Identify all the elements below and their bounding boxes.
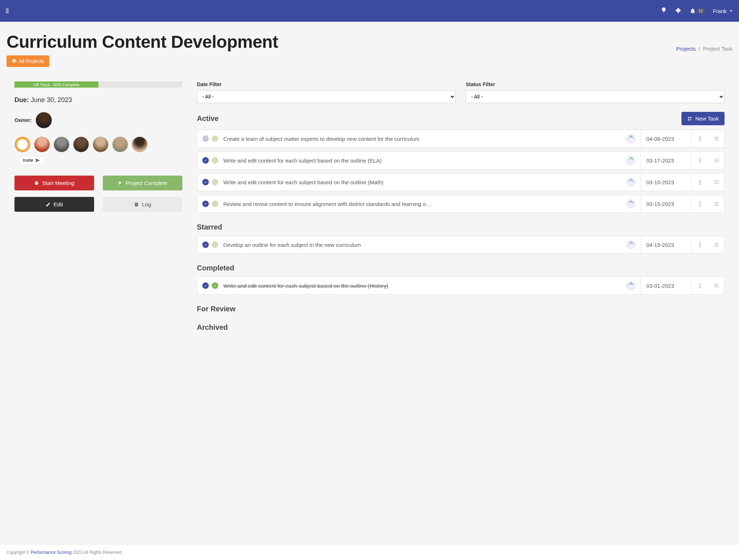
active-task-list: Create a team of subject matter experts … (197, 130, 725, 213)
all-projects-label: All Projects (19, 58, 44, 64)
status-filter-select[interactable]: - All - (466, 90, 725, 103)
task-title: Write and edit content for each subject … (223, 157, 626, 164)
bell-icon[interactable]: 12 (689, 8, 705, 14)
task-row[interactable]: Create a team of subject matter experts … (197, 130, 725, 148)
layers-icon (12, 59, 17, 64)
kebab-icon[interactable] (700, 158, 701, 163)
task-row[interactable]: Write and edit content for each subject … (197, 277, 725, 295)
team-avatar[interactable] (54, 136, 69, 152)
task-title: Review and revise content to ensure alig… (223, 201, 626, 207)
task-row[interactable]: Write and edit content for each subject … (197, 151, 725, 169)
project-complete-button[interactable]: Project Complete (103, 176, 182, 190)
task-title: Create a team of subject matter experts … (223, 136, 626, 142)
task-check-secondary[interactable] (212, 179, 218, 185)
log-button[interactable]: Log (103, 197, 182, 212)
lightbulb-icon[interactable] (660, 7, 667, 15)
task-assignee-avatar[interactable] (626, 240, 635, 249)
kebab-icon[interactable] (700, 243, 701, 247)
due-date-value: June 30, 2023 (31, 96, 72, 104)
task-date: 04-15-2023 (640, 236, 691, 253)
section-title-completed: Completed (197, 264, 725, 272)
archive-icon (134, 202, 139, 207)
topbar: 12 Frank (0, 0, 739, 22)
task-check-secondary[interactable] (212, 135, 218, 142)
owner-avatar[interactable] (35, 112, 52, 129)
section-title-starred: Starred (197, 223, 725, 231)
new-task-label: New Task (695, 115, 719, 122)
notification-badge: 12 (697, 8, 705, 14)
task-title: Develop an outline for each subject in t… (223, 242, 626, 248)
task-check-secondary[interactable] (212, 157, 218, 164)
puzzle-icon[interactable] (675, 7, 681, 15)
section-title-archived: Archived (197, 323, 725, 332)
username: Frank (713, 8, 727, 14)
task-assignee-avatar[interactable] (626, 281, 635, 290)
list-icon[interactable] (714, 202, 719, 206)
plus-icon (687, 116, 692, 121)
task-check-secondary[interactable] (212, 282, 218, 289)
task-row[interactable]: Write and edit content for each subject … (197, 173, 725, 191)
team-avatar[interactable] (93, 136, 109, 152)
list-icon[interactable] (714, 284, 719, 287)
task-date: 03-10-2023 (640, 173, 691, 191)
breadcrumb-sep: / (698, 46, 700, 52)
hamburger-icon[interactable] (4, 7, 11, 15)
task-check-primary[interactable] (202, 241, 209, 248)
breadcrumb-projects[interactable]: Projects (676, 46, 696, 52)
starred-task-list: Develop an outline for each subject in t… (197, 236, 725, 254)
task-check-primary[interactable] (202, 201, 209, 207)
task-date: 03-01-2023 (640, 277, 691, 294)
kebab-icon[interactable] (700, 283, 701, 288)
task-check-primary[interactable] (202, 135, 209, 142)
task-date: 04-08-2023 (640, 130, 691, 147)
project-complete-label: Project Complete (126, 180, 167, 186)
start-meeting-button[interactable]: Start Meeting (14, 176, 94, 190)
progress-label: Off-Track - 50% Complete (33, 83, 79, 87)
invite-button[interactable]: Invite (18, 156, 45, 165)
breadcrumb-current: Project Task (703, 46, 732, 52)
task-row[interactable]: Review and revise content to ensure alig… (197, 195, 725, 213)
task-check-primary[interactable] (202, 282, 209, 289)
task-title: Write and edit content for each subject … (223, 283, 626, 289)
user-menu[interactable]: Frank (713, 8, 732, 14)
task-date: 03-15-2023 (640, 195, 691, 212)
team-avatar[interactable] (112, 136, 128, 152)
task-assignee-avatar[interactable] (626, 178, 635, 186)
date-filter-label: Date Filter (197, 81, 456, 87)
task-check-primary[interactable] (202, 157, 209, 164)
team-avatar[interactable] (34, 136, 50, 152)
list-icon[interactable] (714, 159, 719, 162)
list-icon[interactable] (714, 137, 719, 140)
team-avatar[interactable] (132, 136, 148, 152)
kebab-icon[interactable] (700, 136, 701, 141)
send-icon (35, 158, 40, 163)
task-assignee-avatar[interactable] (626, 156, 635, 165)
list-icon[interactable] (714, 243, 719, 247)
progress-bar: Off-Track - 50% Complete (14, 81, 182, 88)
invite-label: Invite (23, 158, 33, 163)
kebab-icon[interactable] (700, 180, 701, 185)
page-title: Curriculum Content Development (7, 32, 278, 52)
task-check-primary[interactable] (202, 179, 209, 185)
team-avatar[interactable] (14, 136, 30, 152)
status-filter-label: Status Filter (466, 81, 725, 87)
section-title-for-review: For Review (197, 305, 725, 313)
due-line: Due: June 30, 2023 (14, 96, 182, 104)
edit-button[interactable]: Edit (14, 197, 94, 212)
all-projects-button[interactable]: All Projects (7, 55, 49, 67)
due-label: Due: (14, 96, 29, 104)
chevron-down-icon (730, 10, 732, 12)
kebab-icon[interactable] (700, 202, 701, 206)
date-filter-select[interactable]: - All - (197, 90, 456, 103)
task-row[interactable]: Develop an outline for each subject in t… (197, 236, 725, 254)
list-icon[interactable] (714, 180, 719, 184)
task-check-secondary[interactable] (212, 241, 218, 248)
team-avatar[interactable] (73, 136, 89, 152)
task-date: 03-17-2023 (640, 152, 691, 169)
task-assignee-avatar[interactable] (626, 199, 635, 208)
task-check-secondary[interactable] (212, 201, 218, 207)
edit-label: Edit (54, 201, 63, 207)
breadcrumb: Projects / Project Task (676, 46, 732, 52)
task-assignee-avatar[interactable] (626, 134, 635, 143)
new-task-button[interactable]: New Task (681, 112, 725, 125)
